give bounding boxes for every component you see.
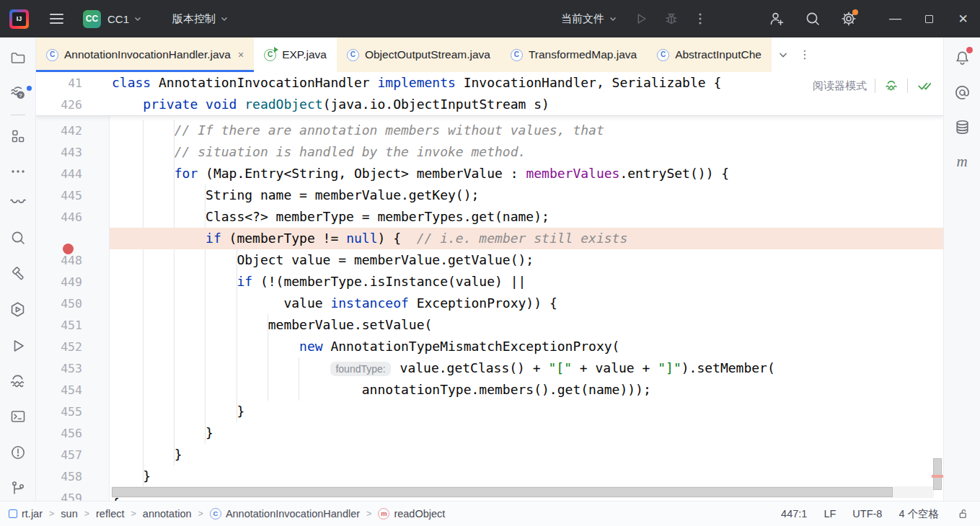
tab-annotationinvocationhandler[interactable]: C AnnotationInvocationHandler.java × [36, 37, 254, 72]
code-line[interactable]: 454 annotationType.members().get(name)))… [36, 379, 943, 401]
run-icon[interactable] [629, 6, 653, 31]
breadcrumb-item-rtjar[interactable]: rt.jar [9, 508, 43, 520]
services-icon[interactable] [6, 298, 30, 322]
code-line[interactable]: 451 memberValue.setValue( [36, 314, 943, 336]
git-branch-icon[interactable] [6, 476, 30, 501]
problems-icon[interactable] [6, 440, 30, 465]
code-line[interactable]: 444 for (Map.Entry<String, Object> membe… [36, 163, 943, 184]
breadcrumb-item-method[interactable]: m readObject [378, 508, 445, 520]
code-line[interactable]: 446 Class<?> memberType = memberTypes.ge… [36, 206, 943, 228]
terminal-icon[interactable] [6, 404, 30, 429]
caret-position[interactable]: 447:1 [781, 508, 807, 520]
help-waves-icon[interactable]: ? [6, 81, 30, 106]
build-hammer-icon[interactable] [6, 262, 30, 286]
code-line[interactable]: 443 // situation is handled by the invok… [36, 141, 943, 163]
tab-options-kebab-icon[interactable]: ⋮ [799, 49, 811, 61]
code-line[interactable]: 448 Object value = memberValue.getValue(… [36, 249, 943, 271]
tab-transformedmap[interactable]: C TransformedMap.java [500, 37, 647, 72]
breadcrumb-item-reflect[interactable]: reflect [96, 508, 125, 520]
line-number[interactable]: 41 [36, 76, 110, 90]
code-line[interactable]: 449 if (!(memberType.isInstance(value) |… [36, 271, 943, 293]
line-number[interactable]: 458 [36, 470, 110, 483]
indent-selector[interactable]: 4 个空格 [899, 507, 939, 521]
line-number[interactable]: 446 [36, 210, 110, 224]
line-number[interactable]: 449 [36, 275, 110, 289]
breadcrumb-item-sun[interactable]: sun [61, 508, 77, 520]
add-user-icon[interactable] [764, 6, 789, 31]
structure-squares-icon[interactable] [6, 124, 30, 148]
line-number[interactable]: 450 [36, 297, 110, 311]
settings-gear-icon[interactable] [836, 6, 861, 31]
vertical-scrollbar-thumb[interactable] [933, 458, 942, 490]
line-number[interactable]: 443 [36, 146, 110, 159]
breadcrumb-separator: > [198, 509, 203, 519]
line-ending-selector[interactable]: LF [824, 508, 836, 520]
more-kebab-icon[interactable] [688, 6, 712, 31]
line-number[interactable]: 442 [36, 124, 110, 138]
breadcrumb-separator: > [131, 509, 136, 519]
line-number[interactable]: 456 [36, 427, 110, 440]
unlocked-icon[interactable] [955, 507, 970, 521]
class-icon: C [347, 49, 359, 61]
code-line[interactable]: 452 new AnnotationTypeMismatchExceptionP… [36, 336, 943, 357]
code-editor[interactable]: 442 // If there are annotation members w… [36, 72, 943, 501]
more-dots-icon[interactable] [6, 160, 30, 184]
ai-assistant-icon[interactable] [950, 80, 974, 104]
run-configuration-selector[interactable]: 当前文件 [561, 12, 617, 26]
encoding-selector[interactable]: UTF-8 [852, 508, 882, 520]
line-number[interactable]: 457 [36, 448, 110, 462]
line-number[interactable]: 426 [36, 98, 110, 112]
code-line[interactable]: 450 value instanceof ExceptionProxy)) { [36, 293, 943, 314]
database-icon[interactable] [950, 115, 974, 139]
tab-objectoutputstream[interactable]: C ObjectOutputStream.java [337, 37, 500, 72]
code-line[interactable]: 458 } [36, 465, 943, 487]
minimize-button[interactable]: — [878, 0, 912, 37]
line-number[interactable]: 455 [36, 405, 110, 419]
debug-bug-icon[interactable] [659, 6, 684, 31]
error-stripe-mark[interactable] [932, 475, 943, 478]
breadcrumb-item-class[interactable]: C AnnotationInvocationHandler [210, 508, 360, 520]
vcs-widget[interactable]: 版本控制 [172, 12, 229, 26]
no-problems-check-icon[interactable] [916, 78, 933, 94]
line-number[interactable]: 444 [36, 167, 110, 181]
inspections-waves-icon[interactable] [6, 370, 30, 394]
curly-waves-icon[interactable] [6, 190, 30, 214]
search-icon[interactable] [800, 6, 825, 31]
code-line[interactable]: 456 } [36, 422, 943, 444]
sticky-line[interactable]: 41class AnnotationInvocationHandler impl… [36, 72, 943, 94]
code-line[interactable]: 457 } [36, 444, 943, 465]
code-line[interactable]: 453 foundType: value.getClass() + "[" + … [36, 357, 943, 379]
show-hidden-tabs-icon[interactable] [777, 49, 789, 61]
code-line[interactable]: 445 String name = memberValue.getKey(); [36, 184, 943, 206]
reader-mode-label[interactable]: 阅读器模式 [813, 79, 867, 93]
horizontal-scrollbar-thumb[interactable] [112, 487, 893, 497]
project-widget[interactable]: CC1 [107, 13, 142, 25]
project-avatar[interactable]: CC [83, 10, 101, 28]
line-number[interactable]: 452 [36, 340, 110, 354]
main-menu-icon[interactable] [45, 8, 67, 30]
line-number[interactable]: 445 [36, 189, 110, 202]
tab-abstractinputche[interactable]: C AbstractInputChe [647, 37, 772, 72]
run-play-icon[interactable] [6, 334, 30, 358]
notifications-bell-icon[interactable] [950, 45, 974, 70]
close-tab-icon[interactable]: × [238, 49, 244, 61]
line-number[interactable]: 459 [36, 491, 110, 502]
run-toolbar: 当前文件 [555, 0, 980, 37]
tab-exp[interactable]: C EXP.java [254, 37, 337, 72]
maven-icon[interactable]: m [950, 149, 974, 174]
maximize-button[interactable] [912, 0, 946, 37]
code-line[interactable]: 455 } [36, 401, 943, 422]
line-number[interactable]: 448 [36, 254, 110, 267]
line-number[interactable]: 453 [36, 362, 110, 375]
status-bar: rt.jar > sun > reflect > annotation > C … [0, 501, 980, 526]
project-folder-icon[interactable] [6, 45, 30, 70]
line-number[interactable]: 454 [36, 383, 110, 397]
search-everywhere-icon[interactable] [6, 226, 30, 250]
code-line[interactable]: 442 // If there are annotation members w… [36, 120, 943, 141]
breadcrumb-item-annotation[interactable]: annotation [143, 508, 192, 520]
sticky-line[interactable]: 426 private void readObject(java.io.Obje… [36, 94, 943, 115]
line-number[interactable]: 451 [36, 318, 110, 332]
inspection-squiggle-icon[interactable] [883, 78, 899, 94]
breakpoint-line[interactable]: if (memberType != null) { // i.e. member… [36, 228, 943, 249]
close-button[interactable]: ✕ [946, 0, 980, 37]
